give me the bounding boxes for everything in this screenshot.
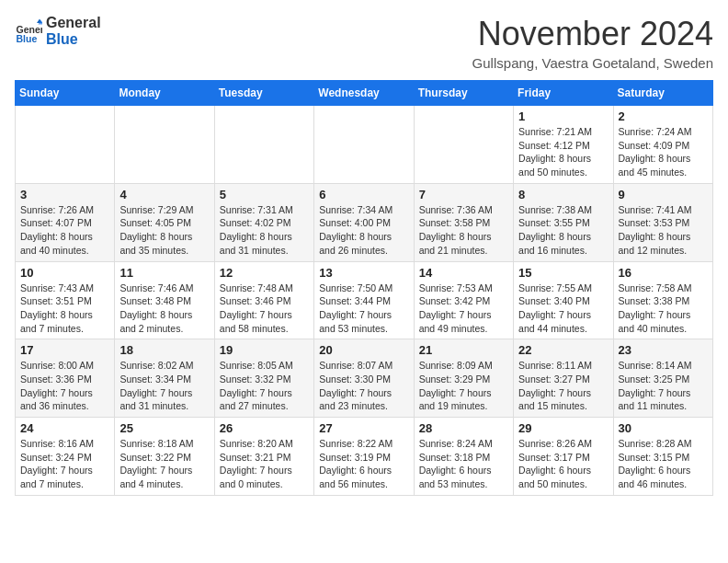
day-info: Sunrise: 7:41 AM Sunset: 3:53 PM Dayligh…: [619, 203, 708, 258]
calendar-week-row: 17Sunrise: 8:00 AM Sunset: 3:36 PM Dayli…: [16, 339, 713, 418]
calendar-cell: 1Sunrise: 7:21 AM Sunset: 4:12 PM Daylig…: [514, 106, 613, 184]
day-number: 6: [319, 188, 408, 201]
calendar-cell: 13Sunrise: 7:50 AM Sunset: 3:44 PM Dayli…: [314, 261, 414, 339]
weekday-header-row: SundayMondayTuesdayWednesdayThursdayFrid…: [16, 81, 713, 106]
day-number: 12: [220, 266, 309, 280]
day-number: 28: [419, 421, 508, 435]
logo: General Blue General Blue: [15, 15, 101, 47]
day-info: Sunrise: 7:24 AM Sunset: 4:09 PM Dayligh…: [619, 125, 708, 179]
day-info: Sunrise: 7:26 AM Sunset: 4:07 PM Dayligh…: [20, 203, 109, 258]
calendar-cell: 28Sunrise: 8:24 AM Sunset: 3:18 PM Dayli…: [414, 418, 513, 496]
weekday-header: Wednesday: [314, 81, 414, 106]
day-number: 11: [119, 266, 209, 280]
calendar-week-row: 24Sunrise: 8:16 AM Sunset: 3:24 PM Dayli…: [16, 418, 713, 496]
day-number: 22: [518, 343, 608, 357]
day-number: 20: [319, 343, 408, 357]
day-info: Sunrise: 7:38 AM Sunset: 3:55 PM Dayligh…: [518, 203, 608, 258]
day-info: Sunrise: 8:02 AM Sunset: 3:34 PM Dayligh…: [119, 359, 209, 413]
day-info: Sunrise: 7:48 AM Sunset: 3:46 PM Dayligh…: [220, 282, 309, 336]
day-info: Sunrise: 8:14 AM Sunset: 3:25 PM Dayligh…: [619, 359, 708, 413]
day-number: 4: [119, 188, 209, 201]
weekday-header: Sunday: [16, 81, 115, 106]
day-info: Sunrise: 8:09 AM Sunset: 3:29 PM Dayligh…: [419, 359, 508, 413]
day-info: Sunrise: 7:31 AM Sunset: 4:02 PM Dayligh…: [220, 203, 309, 258]
calendar-cell: 14Sunrise: 7:53 AM Sunset: 3:42 PM Dayli…: [414, 261, 513, 339]
day-info: Sunrise: 8:00 AM Sunset: 3:36 PM Dayligh…: [20, 359, 109, 413]
day-info: Sunrise: 8:05 AM Sunset: 3:32 PM Dayligh…: [220, 359, 309, 413]
day-info: Sunrise: 8:20 AM Sunset: 3:21 PM Dayligh…: [220, 437, 309, 491]
calendar-cell: [414, 106, 513, 184]
day-number: 21: [419, 343, 508, 357]
day-info: Sunrise: 7:46 AM Sunset: 3:48 PM Dayligh…: [119, 282, 209, 336]
logo-blue: Blue: [46, 31, 101, 48]
day-number: 18: [119, 343, 209, 357]
weekday-header: Friday: [514, 81, 613, 106]
weekday-header: Monday: [115, 81, 214, 106]
day-info: Sunrise: 8:28 AM Sunset: 3:15 PM Dayligh…: [619, 437, 708, 491]
calendar-week-row: 3Sunrise: 7:26 AM Sunset: 4:07 PM Daylig…: [16, 183, 713, 261]
calendar-cell: 3Sunrise: 7:26 AM Sunset: 4:07 PM Daylig…: [16, 183, 115, 261]
day-info: Sunrise: 8:26 AM Sunset: 3:17 PM Dayligh…: [518, 437, 608, 491]
calendar-cell: 27Sunrise: 8:22 AM Sunset: 3:19 PM Dayli…: [314, 418, 414, 496]
day-info: Sunrise: 7:55 AM Sunset: 3:40 PM Dayligh…: [518, 282, 608, 336]
calendar-cell: 23Sunrise: 8:14 AM Sunset: 3:25 PM Dayli…: [613, 339, 712, 418]
weekday-header: Thursday: [414, 81, 513, 106]
logo-general: General: [46, 15, 101, 31]
day-info: Sunrise: 7:29 AM Sunset: 4:05 PM Dayligh…: [119, 203, 209, 258]
calendar-cell: 21Sunrise: 8:09 AM Sunset: 3:29 PM Dayli…: [414, 339, 513, 418]
logo-icon: General Blue: [15, 17, 42, 45]
calendar-cell: 4Sunrise: 7:29 AM Sunset: 4:05 PM Daylig…: [115, 183, 214, 261]
calendar-cell: 24Sunrise: 8:16 AM Sunset: 3:24 PM Dayli…: [16, 418, 115, 496]
calendar-cell: 29Sunrise: 8:26 AM Sunset: 3:17 PM Dayli…: [514, 418, 613, 496]
calendar-cell: 17Sunrise: 8:00 AM Sunset: 3:36 PM Dayli…: [16, 339, 115, 418]
calendar-cell: 22Sunrise: 8:11 AM Sunset: 3:27 PM Dayli…: [514, 339, 613, 418]
calendar-cell: 25Sunrise: 8:18 AM Sunset: 3:22 PM Dayli…: [115, 418, 214, 496]
day-info: Sunrise: 7:43 AM Sunset: 3:51 PM Dayligh…: [20, 282, 109, 336]
day-number: 2: [619, 109, 708, 123]
day-number: 13: [319, 266, 408, 280]
day-number: 15: [518, 266, 608, 280]
calendar-cell: 11Sunrise: 7:46 AM Sunset: 3:48 PM Dayli…: [115, 261, 214, 339]
calendar-cell: 6Sunrise: 7:34 AM Sunset: 4:00 PM Daylig…: [314, 183, 414, 261]
day-info: Sunrise: 7:53 AM Sunset: 3:42 PM Dayligh…: [419, 282, 508, 336]
calendar-cell: 30Sunrise: 8:28 AM Sunset: 3:15 PM Dayli…: [613, 418, 712, 496]
day-number: 5: [220, 188, 309, 201]
calendar-cell: 20Sunrise: 8:07 AM Sunset: 3:30 PM Dayli…: [314, 339, 414, 418]
calendar-cell: [214, 106, 313, 184]
calendar-cell: [16, 106, 115, 184]
calendar-cell: [115, 106, 214, 184]
day-number: 8: [518, 188, 608, 201]
calendar-cell: 16Sunrise: 7:58 AM Sunset: 3:38 PM Dayli…: [613, 261, 712, 339]
day-number: 30: [619, 421, 708, 435]
calendar-cell: 15Sunrise: 7:55 AM Sunset: 3:40 PM Dayli…: [514, 261, 613, 339]
calendar-cell: 9Sunrise: 7:41 AM Sunset: 3:53 PM Daylig…: [613, 183, 712, 261]
day-info: Sunrise: 8:11 AM Sunset: 3:27 PM Dayligh…: [518, 359, 608, 413]
logo-text: General Blue: [46, 15, 101, 47]
calendar-cell: 12Sunrise: 7:48 AM Sunset: 3:46 PM Dayli…: [214, 261, 313, 339]
day-info: Sunrise: 7:58 AM Sunset: 3:38 PM Dayligh…: [619, 282, 708, 336]
day-info: Sunrise: 8:24 AM Sunset: 3:18 PM Dayligh…: [419, 437, 508, 491]
calendar-cell: 26Sunrise: 8:20 AM Sunset: 3:21 PM Dayli…: [214, 418, 313, 496]
day-number: 26: [220, 421, 309, 435]
calendar-cell: 2Sunrise: 7:24 AM Sunset: 4:09 PM Daylig…: [613, 106, 712, 184]
calendar-cell: 8Sunrise: 7:38 AM Sunset: 3:55 PM Daylig…: [514, 183, 613, 261]
day-number: 3: [20, 188, 109, 201]
day-info: Sunrise: 8:07 AM Sunset: 3:30 PM Dayligh…: [319, 359, 408, 413]
day-info: Sunrise: 7:21 AM Sunset: 4:12 PM Dayligh…: [518, 125, 608, 179]
day-number: 7: [419, 188, 508, 201]
day-info: Sunrise: 8:18 AM Sunset: 3:22 PM Dayligh…: [119, 437, 209, 491]
weekday-header: Saturday: [613, 81, 712, 106]
month-title: November 2024: [472, 15, 713, 53]
day-info: Sunrise: 7:36 AM Sunset: 3:58 PM Dayligh…: [419, 203, 508, 258]
day-number: 25: [119, 421, 209, 435]
day-number: 1: [518, 109, 608, 123]
day-number: 14: [419, 266, 508, 280]
day-number: 23: [619, 343, 708, 357]
calendar-cell: 19Sunrise: 8:05 AM Sunset: 3:32 PM Dayli…: [214, 339, 313, 418]
day-number: 10: [20, 266, 109, 280]
title-block: November 2024 Gullspang, Vaestra Goetala…: [472, 15, 713, 71]
day-number: 16: [619, 266, 708, 280]
day-number: 17: [20, 343, 109, 357]
svg-text:Blue: Blue: [17, 33, 38, 44]
calendar-cell: 7Sunrise: 7:36 AM Sunset: 3:58 PM Daylig…: [414, 183, 513, 261]
